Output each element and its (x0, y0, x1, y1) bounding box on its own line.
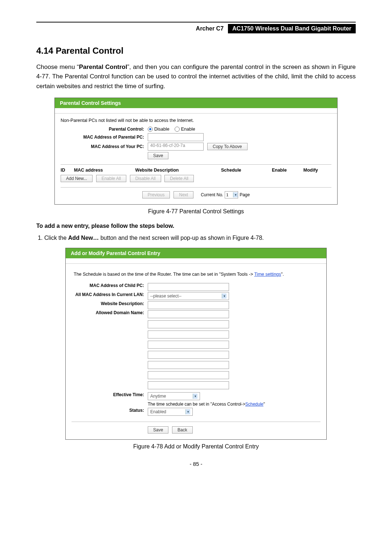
figure-caption-2: Figure 4-78 Add or Modify Parental Contr… (36, 443, 356, 450)
disable-all-button[interactable]: Disable All (130, 175, 161, 182)
chevron-down-icon: ▾ (233, 192, 238, 197)
radio-dot-icon (175, 127, 180, 132)
mac-parent-label: MAC Address of Parental PC: (61, 135, 148, 140)
help-after: " (264, 402, 265, 407)
effective-time-help: The time schedule can be set in "Access … (148, 402, 265, 407)
th-id: ID (61, 168, 74, 173)
intro-bold: Parental Control (79, 63, 127, 70)
mac-your-label: MAC Address of Your PC: (61, 144, 148, 149)
domain-input-3[interactable] (148, 331, 229, 338)
schedule-link[interactable]: Schedule (245, 402, 264, 407)
all-mac-select-value: --please select-- (150, 294, 181, 299)
intro-text-before: Choose menu “ (36, 63, 79, 70)
entries-table-header: ID MAC address Website Description Sched… (61, 164, 331, 173)
steps-list: Click the Add New… button and the next s… (44, 234, 356, 243)
add-modify-entry-screenshot: Add or Modify Parental Control Entry The… (65, 248, 327, 440)
domain-input-6[interactable] (148, 361, 229, 369)
schedule-note: The Schedule is based on the time of the… (72, 268, 320, 282)
intro-paragraph: Choose menu “Parental Control”, and then… (36, 62, 356, 91)
th-schedule: Schedule (221, 168, 272, 173)
page-header: Archer C7 AC1750 Wireless Dual Band Giga… (36, 22, 356, 35)
chevron-down-icon: ▾ (222, 294, 226, 299)
step1-after: button and the next screen will pop-up a… (99, 235, 264, 241)
settings-note: Non-Parental PCs not listed will not be … (61, 118, 331, 123)
save-button[interactable]: Save (148, 152, 168, 159)
add-new-button[interactable]: Add New... (61, 175, 93, 182)
radio-dot-checked-icon (148, 127, 153, 132)
schedule-note-after: ". (281, 272, 284, 277)
section-title: 4.14 Parental Control (36, 46, 356, 56)
status-label: Status: (72, 408, 148, 416)
header-product: AC1750 Wireless Dual Band Gigabit Router (228, 24, 356, 33)
effective-time-select[interactable]: Anytime ▾ (148, 392, 200, 400)
th-mac: MAC address (74, 168, 135, 173)
mac-parent-input[interactable] (148, 133, 204, 141)
th-enable: Enable (272, 168, 303, 173)
page-number-select[interactable]: 1 ▾ (225, 191, 238, 198)
parental-control-settings-screenshot: Parental Control Settings Non-Parental P… (54, 98, 338, 205)
step1-bold: Add New… (68, 235, 99, 241)
figure-caption-1: Figure 4-77 Parental Control Settings (36, 208, 356, 215)
radio-enable-label: Enable (181, 127, 195, 132)
step1-before: Click the (44, 235, 68, 241)
steps-heading: To add a new entry, please follow the st… (36, 223, 356, 229)
header-model: Archer C7 (196, 25, 228, 32)
page-number-value: 1 (226, 193, 228, 197)
chevron-down-icon: ▾ (193, 394, 197, 399)
current-no-label: Current No. (201, 192, 223, 197)
pager: Previous Next Current No. 1 ▾ Page (61, 187, 331, 198)
status-value: Enabled (150, 409, 166, 414)
website-desc-input[interactable] (148, 301, 229, 309)
copy-to-above-button[interactable]: Copy To Above (207, 143, 248, 150)
th-modify: Modify (303, 168, 331, 173)
status-select[interactable]: Enabled ▾ (148, 408, 193, 416)
domain-input-8[interactable] (148, 381, 229, 389)
all-mac-select[interactable]: --please select-- ▾ (148, 292, 229, 300)
enable-all-button[interactable]: Enable All (96, 175, 126, 182)
page-label: Page (240, 192, 250, 197)
prev-button[interactable]: Previous (142, 191, 170, 198)
mac-child-label: MAC Address of Child PC: (72, 283, 148, 291)
mac-child-input[interactable] (148, 283, 229, 291)
domain-input-7[interactable] (148, 371, 229, 379)
step-1: Click the Add New… button and the next s… (44, 234, 356, 243)
panel-title-2: Add or Modify Parental Control Entry (66, 248, 326, 258)
domain-input-1[interactable] (148, 310, 229, 318)
radio-enable[interactable]: Enable (175, 127, 195, 132)
next-button[interactable]: Next (173, 191, 193, 198)
delete-all-button[interactable]: Delete All (164, 175, 194, 182)
effective-time-label: Effective Time: (72, 392, 148, 407)
th-desc: Website Description (135, 168, 221, 173)
effective-time-value: Anytime (150, 394, 166, 399)
domain-input-2[interactable] (148, 320, 229, 328)
schedule-note-before: The Schedule is based on the time of the… (74, 272, 254, 277)
panel-title: Parental Control Settings (55, 98, 337, 108)
allowed-domain-label: Allowed Domain Name: (72, 310, 148, 315)
page-number: - 85 - (36, 461, 356, 467)
all-mac-label: All MAC Address In Current LAN: (72, 292, 148, 300)
domain-input-5[interactable] (148, 351, 229, 359)
time-settings-link[interactable]: Time settings (254, 272, 281, 277)
radio-disable[interactable]: Disable (148, 127, 170, 132)
help-before: The time schedule can be set in "Access … (148, 402, 245, 407)
domain-input-4[interactable] (148, 341, 229, 349)
radio-disable-label: Disable (154, 127, 170, 132)
chevron-down-icon: ▾ (185, 409, 190, 414)
parental-control-label: Parental Control: (61, 127, 148, 132)
website-desc-label: Website Description: (72, 301, 148, 309)
back-button[interactable]: Back (172, 426, 193, 434)
mac-your-input[interactable]: 40-61-86-cf-20-7a (148, 143, 204, 151)
save-button-2[interactable]: Save (148, 426, 168, 434)
